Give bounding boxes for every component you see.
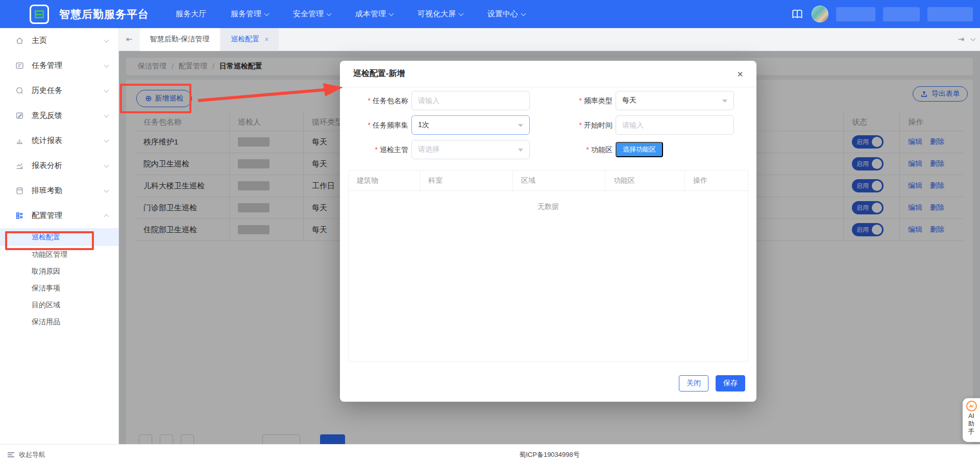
chevron-down-icon [521,11,526,16]
screen: 智慧后勤服务平台 服务大厅 服务管理 安全管理 成本管理 可视化大屏 设置中心 … [0,0,980,465]
history-icon [15,86,24,95]
label-supervisor: *巡检主管 [340,140,408,159]
chevron-down-icon [104,187,109,192]
ai-icon: AI [966,401,977,411]
user-info-redacted-block [883,7,920,21]
chevron-down-icon [264,11,270,16]
functional-area-table: 建筑物 科室 区域 功能区 操作 无数据 [348,170,748,362]
sidebar-item-task-mgmt[interactable]: 任务管理 [0,53,118,78]
dialog-close-button[interactable]: 关闭 [679,375,708,391]
empty-state-text: 无数据 [349,202,748,211]
collapse-nav-button[interactable]: 收起导航 [0,450,119,459]
sidebar-item-history-tasks[interactable]: 历史任务 [0,78,118,103]
col-header-building: 建筑物 [349,170,420,190]
sidebar-item-home[interactable]: 主页 [0,28,118,53]
ai-assistant-button[interactable]: AI AI 助 手 [963,398,980,442]
home-icon [15,36,24,45]
start-time-input[interactable] [616,115,734,135]
inspection-config-add-dialog: 巡检配置-新增 × *任务包名称 *频率类型 每天 *任务频率集 1次 *开始时… [340,61,756,402]
chevron-up-icon [104,214,109,219]
select-functional-area-button[interactable]: 选择功能区 [616,142,663,157]
chevron-down-icon [389,11,394,16]
tab-close-icon[interactable]: × [264,35,268,43]
chevron-down-icon [104,37,109,42]
col-header-area: 区域 [513,170,605,190]
analysis-icon [15,161,24,170]
tasks-icon [15,61,24,70]
menu-safety-mgmt[interactable]: 安全管理 [281,0,343,28]
main-menu: 服务大厅 服务管理 安全管理 成本管理 可视化大屏 设置中心 [163,0,537,28]
label-frequency-set: *任务频率集 [340,115,408,135]
sidebar-sub-inspection-config[interactable]: 巡检配置 [0,228,118,246]
select-caret-icon [722,100,727,103]
menu-settings-center[interactable]: 设置中心 [475,0,537,28]
tabs-menu-chevron-icon[interactable] [971,36,976,41]
tab-cleaning-management[interactable]: 智慧后勤-保洁管理 [140,28,220,51]
select-caret-icon [518,149,523,152]
chevron-down-icon [104,87,109,92]
top-navbar: 智慧后勤服务平台 服务大厅 服务管理 安全管理 成本管理 可视化大屏 设置中心 [0,0,980,28]
chevron-down-icon [459,11,464,16]
menu-service-hall[interactable]: 服务大厅 [163,0,218,28]
sidebar-item-config-mgmt[interactable]: 配置管理 [0,203,118,228]
select-caret-icon [518,124,523,127]
tab-inspection-config[interactable]: 巡检配置 × [220,28,279,51]
menu-cost-mgmt[interactable]: 成本管理 [343,0,405,28]
feedback-icon [15,111,24,120]
logo-glyph [35,10,44,18]
label-package-name: *任务包名称 [340,91,408,110]
config-icon [15,211,24,220]
col-header-actions: 操作 [685,170,748,190]
frequency-type-select[interactable]: 每天 [616,91,734,110]
tabs-scroll-right-icon[interactable]: ⇥ [958,35,964,44]
label-start-time: *开始时间 [544,115,612,135]
sidebar-item-statistics[interactable]: 统计报表 [0,128,118,153]
sidebar-sub-functional-area-mgmt[interactable]: 功能区管理 [0,246,118,263]
bottom-bar: 收起导航 蜀ICP备19034998号 [0,444,980,465]
supervisor-select[interactable]: 请选择 [411,140,530,159]
navbar-right [791,6,980,22]
platform-title: 智慧后勤服务平台 [59,7,149,21]
chevron-down-icon [327,11,332,16]
package-name-input[interactable] [411,91,530,110]
frequency-set-select[interactable]: 1次 [411,115,530,135]
sidebar-sub-destination-area[interactable]: 目的区域 [0,297,118,313]
sidebar-sub-cancel-reason[interactable]: 取消原因 [0,263,118,280]
label-functional-area: *功能区 [544,140,612,159]
sidebar-item-scheduling[interactable]: 排班考勤 [0,178,118,203]
stats-icon [15,136,24,145]
chevron-down-icon [104,137,109,142]
icp-record-text: 蜀ICP备19034998号 [119,450,980,459]
menu-visual-screen[interactable]: 可视化大屏 [405,0,475,28]
tab-bar: ⇤ 智慧后勤-保洁管理 巡检配置 × ⇥ [119,28,980,51]
sidebar-sub-cleaning-matters[interactable]: 保洁事项 [0,280,118,297]
close-icon[interactable]: × [733,67,747,81]
chevron-down-icon [104,112,109,117]
user-avatar[interactable] [812,6,828,22]
collapse-nav-icon [8,452,14,457]
handbook-icon[interactable] [791,8,804,21]
sidebar: 主页 任务管理 历史任务 意见反馈 统计报表 报表分析 排班考勤 配置管理 [0,28,119,444]
platform-logo-icon[interactable] [30,5,49,24]
tabs-scroll-left-icon[interactable]: ⇤ [119,35,140,44]
label-frequency-type: *频率类型 [544,91,612,110]
user-info-redacted-block [927,7,973,21]
dialog-title: 巡检配置-新增 [340,61,756,87]
dialog-save-button[interactable]: 保存 [716,375,745,391]
sidebar-sub-cleaning-supplies[interactable]: 保洁用品 [0,313,118,330]
menu-service-mgmt[interactable]: 服务管理 [218,0,281,28]
chevron-down-icon [104,62,109,67]
schedule-icon [15,186,24,195]
sidebar-item-report-analysis[interactable]: 报表分析 [0,153,118,178]
sidebar-item-feedback[interactable]: 意见反馈 [0,103,118,128]
tab-bar-right-controls: ⇥ [958,35,975,44]
col-header-department: 科室 [420,170,513,190]
user-info-redacted-block [836,7,875,21]
col-header-functional-area: 功能区 [605,170,685,190]
modal-table-header-row: 建筑物 科室 区域 功能区 操作 [349,170,748,191]
chevron-down-icon [104,162,109,167]
